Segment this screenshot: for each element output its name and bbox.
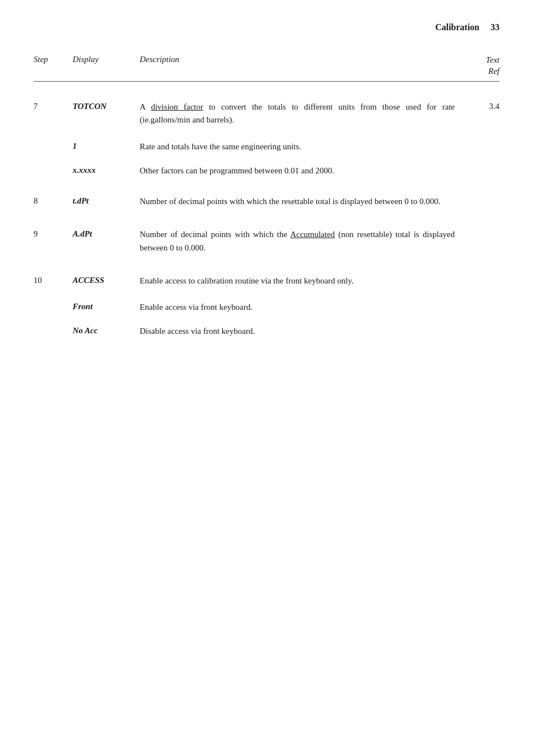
page-header: Calibration 33: [34, 22, 499, 32]
display-value: ACCESS: [73, 275, 140, 287]
sub-display-value: No Acc: [73, 325, 140, 338]
sub-display-value: 1: [73, 140, 140, 153]
sub-row-description: Disable access via front keyboard.: [140, 325, 455, 338]
sub-row-description: Other factors can be programmed between …: [140, 164, 455, 177]
sub-row: 1 Rate and totals have the same engineer…: [34, 135, 499, 159]
col-description: Description: [140, 55, 455, 77]
col-display: Display: [73, 55, 140, 77]
page-title: Calibration: [435, 22, 479, 32]
text-ref-value: [455, 275, 499, 287]
table-header: Step Display Description TextRef: [34, 55, 499, 82]
underline-text: Accumulated: [290, 230, 335, 239]
row-spacer: [34, 262, 499, 267]
table-body: 7 TOTCON A division factor to convert th…: [34, 93, 499, 344]
row-description: A division factor to convert the totals …: [140, 101, 455, 127]
col-text-ref: TextRef: [455, 55, 499, 77]
table-row: 8 t.dPt Number of decimal points with wh…: [34, 187, 499, 216]
table-row: 9 A.dPt Number of decimal points with wh…: [34, 220, 499, 262]
sub-row: Front Enable access via front keyboard.: [34, 295, 499, 319]
sub-row: No Acc Disable access via front keyboard…: [34, 319, 499, 343]
sub-row-description: Enable access via front keyboard.: [140, 301, 455, 314]
table-row: 7 TOTCON A division factor to convert th…: [34, 93, 499, 135]
text-ref-value: 3.4: [455, 101, 499, 127]
display-value: TOTCON: [73, 101, 140, 127]
row-spacer: [34, 216, 499, 220]
step-number: 10: [34, 275, 73, 287]
underline-text: division factor: [151, 102, 203, 111]
sub-row: x.xxxx Other factors can be programmed b…: [34, 159, 499, 183]
page-number: 33: [491, 22, 499, 32]
text-ref-value: [455, 195, 499, 208]
sub-row-description: Rate and totals have the same engineerin…: [140, 140, 455, 153]
row-description: Number of decimal points with which the …: [140, 228, 455, 254]
step-number: 7: [34, 101, 73, 127]
sub-display-value: Front: [73, 301, 140, 314]
row-description: Number of decimal points with which the …: [140, 195, 455, 208]
display-value: t.dPt: [73, 195, 140, 208]
step-number: 9: [34, 228, 73, 254]
display-value: A.dPt: [73, 228, 140, 254]
sub-display-value: x.xxxx: [73, 164, 140, 177]
row-spacer: [34, 183, 499, 187]
row-description: Enable access to calibration routine via…: [140, 275, 455, 287]
table-row: 10 ACCESS Enable access to calibration r…: [34, 267, 499, 295]
step-number: 8: [34, 195, 73, 208]
text-ref-value: [455, 228, 499, 254]
col-step: Step: [34, 55, 73, 77]
